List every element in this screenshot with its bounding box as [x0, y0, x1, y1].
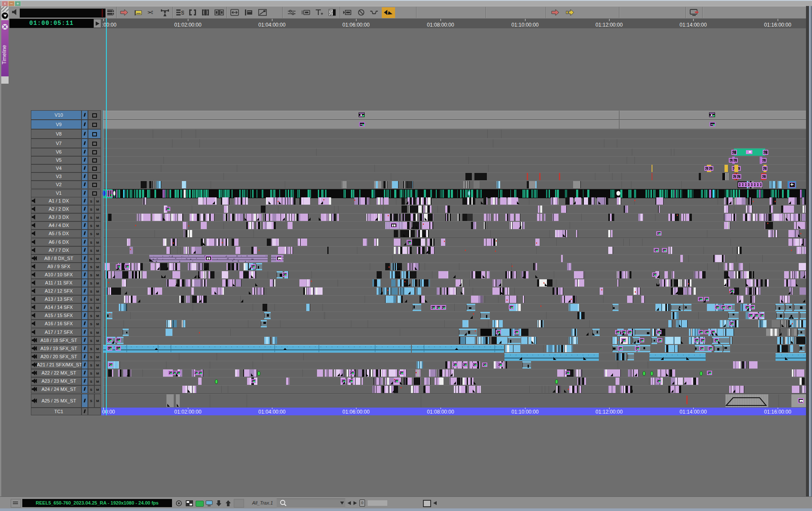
svg-text:S: S: [181, 9, 184, 16]
